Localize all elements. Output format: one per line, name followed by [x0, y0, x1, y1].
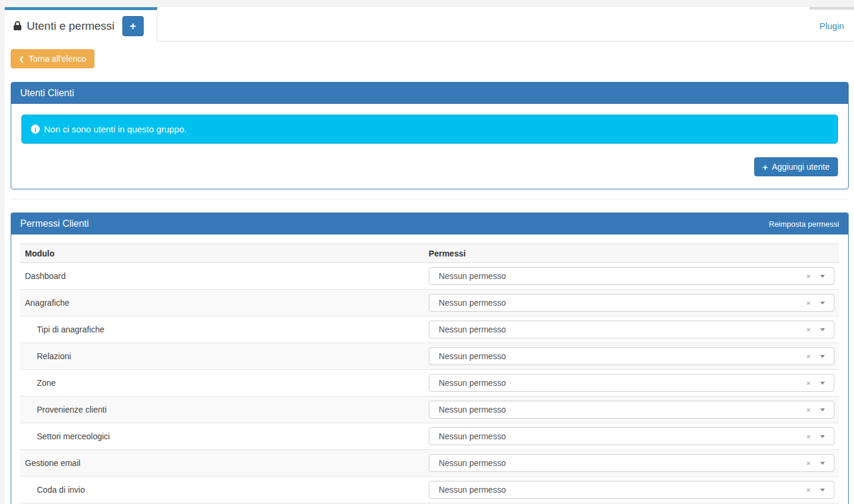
tab-plugin[interactable]: Plugin	[809, 7, 854, 42]
lock-icon	[13, 21, 22, 31]
module-label: Zone	[25, 378, 419, 388]
toolbar: ❮ Torna all'elenco	[11, 49, 854, 68]
permissions-table: Modulo Permessi Dashboard Nessun permess…	[20, 243, 839, 504]
permission-select[interactable]: Nessun permesso ×	[429, 321, 834, 338]
permissions-panel-body: Modulo Permessi Dashboard Nessun permess…	[11, 234, 848, 504]
no-users-alert-text: Non ci sono utenti in questo gruppo.	[44, 124, 186, 134]
clear-selection-icon[interactable]: ×	[806, 406, 820, 414]
info-circle-icon: i	[31, 125, 40, 134]
permission-value: Nessun permesso	[439, 298, 506, 308]
module-label: Provenienze clienti	[25, 405, 419, 414]
table-row: Dashboard Nessun permesso ×	[20, 263, 839, 290]
table-row: Zone Nessun permesso ×	[20, 370, 839, 397]
add-tab-button[interactable]: +	[122, 16, 144, 36]
permissions-panel-heading: Permessi Clienti Reimposta permessi	[11, 213, 848, 234]
permission-value: Nessun permesso	[439, 351, 506, 361]
caret-down-icon[interactable]	[820, 328, 825, 331]
add-user-button[interactable]: + Aggiungi utente	[754, 157, 838, 176]
table-row: Tipi di anagrafiche Nessun permesso ×	[20, 316, 839, 343]
permission-select[interactable]: Nessun permesso ×	[429, 374, 834, 392]
permission-value: Nessun permesso	[439, 325, 506, 334]
permission-value: Nessun permesso	[439, 485, 506, 495]
clear-selection-icon[interactable]: ×	[806, 379, 820, 387]
permission-select[interactable]: Nessun permesso ×	[429, 481, 834, 499]
table-row: Settori merceologici Nessun permesso ×	[20, 423, 839, 450]
users-panel-body: i Non ci sono utenti in questo gruppo. +…	[11, 104, 848, 189]
plus-icon: +	[763, 163, 768, 172]
no-users-alert: i Non ci sono utenti in questo gruppo.	[21, 115, 838, 144]
permission-value: Nessun permesso	[439, 458, 506, 468]
users-panel: Utenti Clienti i Non ci sono utenti in q…	[11, 82, 849, 189]
page-title: Utenti e permessi	[27, 20, 115, 33]
caret-down-icon[interactable]	[820, 408, 825, 411]
permission-value: Nessun permesso	[439, 378, 506, 388]
caret-down-icon[interactable]	[820, 302, 825, 305]
module-label: Settori merceologici	[25, 432, 419, 441]
clear-selection-icon[interactable]: ×	[806, 299, 820, 307]
table-row: Provenienze clienti Nessun permesso ×	[20, 397, 839, 423]
module-label: Anagrafiche	[25, 298, 419, 308]
plus-icon: +	[129, 20, 136, 31]
caret-down-icon[interactable]	[820, 275, 825, 278]
tab-bar: Utenti e permessi + Plugin	[5, 7, 854, 42]
back-to-list-button[interactable]: ❮ Torna all'elenco	[11, 49, 94, 68]
permissions-panel-title: Permessi Clienti	[20, 218, 89, 229]
table-row: Coda di invio Nessun permesso ×	[20, 477, 839, 503]
clear-selection-icon[interactable]: ×	[806, 433, 820, 440]
permission-select[interactable]: Nessun permesso ×	[429, 454, 834, 472]
users-panel-heading: Utenti Clienti	[11, 83, 848, 104]
clear-selection-icon[interactable]: ×	[806, 459, 820, 467]
permission-select[interactable]: Nessun permesso ×	[429, 267, 834, 285]
caret-down-icon[interactable]	[820, 382, 825, 385]
module-label: Gestione email	[25, 458, 419, 468]
module-label: Dashboard	[25, 271, 419, 281]
chevron-left-icon: ❮	[19, 56, 24, 62]
module-label: Coda di invio	[25, 485, 419, 495]
module-label: Relazioni	[25, 351, 419, 361]
back-to-list-label: Torna all'elenco	[29, 54, 86, 64]
tab-users-permissions[interactable]: Utenti e permessi +	[5, 7, 157, 42]
module-label: Tipi di anagrafiche	[25, 325, 419, 334]
permission-select[interactable]: Nessun permesso ×	[429, 401, 834, 419]
column-header-module: Modulo	[20, 244, 424, 263]
clear-selection-icon[interactable]: ×	[806, 353, 820, 360]
permission-value: Nessun permesso	[439, 271, 506, 281]
permission-select[interactable]: Nessun permesso ×	[429, 347, 834, 365]
permission-value: Nessun permesso	[439, 405, 506, 414]
column-header-permissions: Permessi	[424, 244, 839, 263]
tab-plugin-label: Plugin	[820, 21, 844, 31]
permission-select[interactable]: Nessun permesso ×	[429, 294, 834, 312]
permissions-panel: Permessi Clienti Reimposta permessi Modu…	[11, 213, 849, 504]
permissions-table-body: Dashboard Nessun permesso × Anagrafiche …	[20, 263, 839, 504]
clear-selection-icon[interactable]: ×	[806, 272, 820, 280]
reset-permissions-link[interactable]: Reimposta permessi	[769, 220, 840, 229]
content-card: Utenti e permessi + Plugin ❮ Torna all'e…	[5, 7, 854, 504]
section-divider	[11, 199, 849, 199]
permission-select[interactable]: Nessun permesso ×	[429, 427, 834, 445]
clear-selection-icon[interactable]: ×	[806, 486, 820, 494]
clear-selection-icon[interactable]: ×	[806, 326, 820, 334]
add-user-label: Aggiungi utente	[772, 162, 830, 172]
caret-down-icon[interactable]	[820, 489, 825, 492]
permission-value: Nessun permesso	[439, 432, 506, 441]
table-row: Anagrafiche Nessun permesso ×	[20, 290, 839, 316]
caret-down-icon[interactable]	[820, 462, 825, 465]
caret-down-icon[interactable]	[820, 435, 825, 438]
table-row: Gestione email Nessun permesso ×	[20, 450, 839, 477]
table-header-row: Modulo Permessi	[20, 244, 839, 263]
users-panel-title: Utenti Clienti	[20, 88, 74, 99]
table-row: Relazioni Nessun permesso ×	[20, 343, 839, 370]
caret-down-icon[interactable]	[820, 355, 825, 358]
